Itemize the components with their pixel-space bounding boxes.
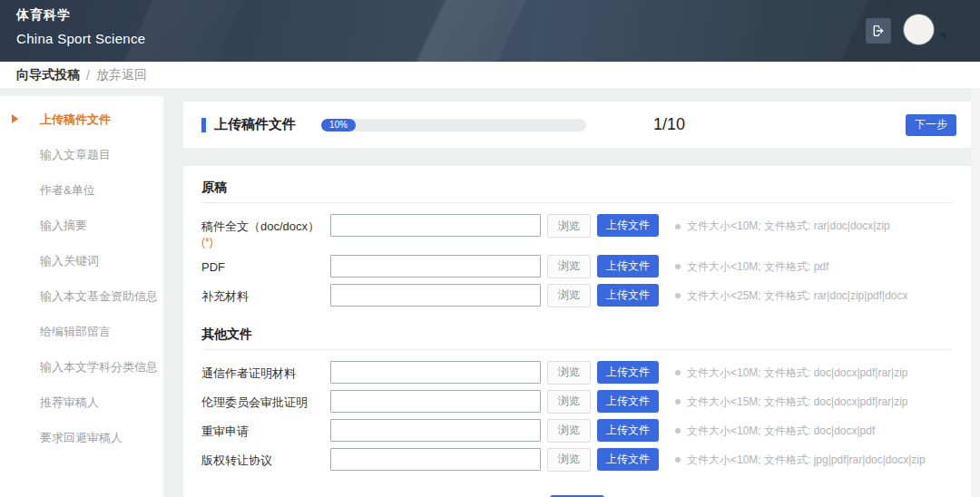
upload-file-button[interactable]: 上传文件 xyxy=(597,284,659,307)
info-icon xyxy=(675,457,681,463)
upload-file-button[interactable]: 上传文件 xyxy=(597,390,659,413)
sidebar-item-label: 输入文章题目 xyxy=(40,148,111,161)
file-path-input[interactable] xyxy=(330,419,541,442)
upload-file-button[interactable]: 上传文件 xyxy=(597,214,659,237)
header-actions: ◥ xyxy=(866,15,946,44)
file-path-input[interactable] xyxy=(330,448,541,471)
active-step-marker-icon xyxy=(12,114,18,123)
title-marker-icon xyxy=(201,118,206,132)
sidebar-item-label: 给编辑部留言 xyxy=(40,325,111,338)
file-path-input[interactable] xyxy=(330,361,541,384)
file-path-input[interactable] xyxy=(330,214,541,237)
scrollbar-track[interactable] xyxy=(971,88,980,497)
browse-button[interactable]: 浏览 xyxy=(547,361,591,385)
file-hint: 文件大小<15M; 文件格式: doc|docx|pdf|rar|zip xyxy=(675,390,908,410)
logout-button[interactable] xyxy=(866,18,891,44)
submission-wizard-page: 体育科学 China Sport Science ◥ 向导式投稿 / 放弃返回 xyxy=(0,0,980,497)
upload-row-corresponding-author-proof: 通信作者证明材料 浏览 上传文件 文件大小<10M; 文件格式: doc|doc… xyxy=(201,361,953,385)
field-label: PDF xyxy=(201,255,330,276)
progress-value: 10% xyxy=(321,119,356,132)
field-label: 重审申请 xyxy=(201,419,330,440)
upload-form-card: 原稿 稿件全文（doc/docx） (*) 浏览 上传文件 文件大小<10M; … xyxy=(183,166,971,497)
browse-button[interactable]: 浏览 xyxy=(547,448,591,472)
browse-button[interactable]: 浏览 xyxy=(547,284,591,307)
sidebar-item-funding-info[interactable]: 输入本文基金资助信息 xyxy=(0,278,163,314)
info-icon xyxy=(675,224,681,229)
file-hint: 文件大小<10M; 文件格式: jpg|pdf|rar|doc|docx|zip xyxy=(675,448,926,468)
abandon-return-link[interactable]: 放弃返回 xyxy=(96,67,147,83)
browse-button[interactable]: 浏览 xyxy=(547,214,591,238)
required-marker: (*) xyxy=(201,235,330,249)
sidebar-item-label: 输入摘要 xyxy=(40,219,87,232)
group-title-other: 其他文件 xyxy=(201,313,953,350)
upload-file-button[interactable]: 上传文件 xyxy=(597,419,659,442)
sidebar-item-avoid-reviewers[interactable]: 要求回避审稿人 xyxy=(0,420,163,455)
sidebar-item-label: 上传稿件文件 xyxy=(40,112,111,126)
field-label: 伦理委员会审批证明 xyxy=(201,390,330,411)
group-title-original: 原稿 xyxy=(201,166,953,203)
info-icon xyxy=(675,428,681,434)
sidebar-item-label: 输入本文学科分类信息 xyxy=(40,360,158,374)
upload-file-button[interactable]: 上传文件 xyxy=(597,255,659,278)
upload-row-pdf: PDF 浏览 上传文件 文件大小<10M; 文件格式: pdf xyxy=(201,255,953,278)
avatar-caret-icon[interactable]: ◥ xyxy=(939,32,946,41)
file-hint: 文件大小<25M; 文件格式: rar|doc|zip|pdf|docx xyxy=(675,284,908,304)
wizard-steps-sidebar: 上传稿件文件 输入文章题目 作者&单位 输入摘要 输入关键词 输入本文基金资助信… xyxy=(0,96,163,497)
user-avatar[interactable] xyxy=(904,15,934,44)
breadcrumb: 向导式投稿 / 放弃返回 xyxy=(0,62,980,88)
sidebar-item-label: 输入关键词 xyxy=(40,254,99,268)
sidebar-item-label: 推荐审稿人 xyxy=(40,395,99,409)
logout-icon xyxy=(871,24,886,38)
browse-button[interactable]: 浏览 xyxy=(547,255,591,278)
brand-title-en: China Sport Science xyxy=(16,31,145,46)
brand: 体育科学 China Sport Science xyxy=(16,7,145,46)
file-path-input[interactable] xyxy=(330,284,541,307)
step-indicator: 1/10 xyxy=(653,115,685,134)
sidebar-item-recommend-reviewers[interactable]: 推荐审稿人 xyxy=(0,385,163,420)
upload-row-supplementary: 补充材料 浏览 上传文件 文件大小<25M; 文件格式: rar|doc|zip… xyxy=(201,284,953,307)
app-header: 体育科学 China Sport Science ◥ xyxy=(0,0,980,62)
breadcrumb-current: 向导式投稿 xyxy=(16,67,80,83)
info-icon xyxy=(675,293,681,298)
sidebar-item-abstract[interactable]: 输入摘要 xyxy=(0,208,163,243)
sidebar-item-label: 要求回避审稿人 xyxy=(40,431,122,444)
file-path-input[interactable] xyxy=(330,390,541,413)
next-step-button-top[interactable]: 下一步 xyxy=(906,114,956,136)
browse-button[interactable]: 浏览 xyxy=(547,390,591,414)
field-label: 版权转让协议 xyxy=(201,448,330,469)
breadcrumb-separator: / xyxy=(86,68,90,83)
info-icon xyxy=(675,399,681,404)
progress-bar: 10% xyxy=(321,119,586,132)
sidebar-item-label: 作者&单位 xyxy=(40,183,95,197)
sidebar-item-label: 输入本文基金资助信息 xyxy=(40,289,158,303)
info-icon xyxy=(675,264,681,269)
upload-row-fulltext: 稿件全文（doc/docx） (*) 浏览 上传文件 文件大小<10M; 文件格… xyxy=(201,214,953,249)
upload-file-button[interactable]: 上传文件 xyxy=(597,448,659,471)
step-title: 上传稿件文件 xyxy=(214,116,296,133)
file-hint: 文件大小<10M; 文件格式: doc|docx|pdf|rar|zip xyxy=(675,361,908,381)
sidebar-item-editor-message[interactable]: 给编辑部留言 xyxy=(0,314,163,349)
upload-row-ethics-approval: 伦理委员会审批证明 浏览 上传文件 文件大小<15M; 文件格式: doc|do… xyxy=(201,390,953,414)
file-path-input[interactable] xyxy=(330,255,541,278)
info-icon xyxy=(675,370,681,375)
file-hint: 文件大小<10M; 文件格式: doc|docx|pdf xyxy=(675,419,875,439)
upload-row-rereview-application: 重审申请 浏览 上传文件 文件大小<10M; 文件格式: doc|docx|pd… xyxy=(201,419,953,443)
sidebar-item-authors-affiliations[interactable]: 作者&单位 xyxy=(0,172,163,208)
sidebar-item-upload-files[interactable]: 上传稿件文件 xyxy=(0,102,163,137)
sidebar-item-article-title[interactable]: 输入文章题目 xyxy=(0,137,163,172)
field-label: 稿件全文（doc/docx） (*) xyxy=(201,214,330,249)
field-label: 通信作者证明材料 xyxy=(201,361,330,382)
browse-button[interactable]: 浏览 xyxy=(547,419,591,443)
upload-file-button[interactable]: 上传文件 xyxy=(597,361,659,384)
step-header-card: 上传稿件文件 10% 1/10 下一步 xyxy=(183,102,971,148)
file-hint: 文件大小<10M; 文件格式: rar|doc|docx|zip xyxy=(675,214,890,234)
sidebar-item-keywords[interactable]: 输入关键词 xyxy=(0,243,163,278)
brand-title-zh: 体育科学 xyxy=(16,7,145,24)
upload-row-copyright-agreement: 版权转让协议 浏览 上传文件 文件大小<10M; 文件格式: jpg|pdf|r… xyxy=(201,448,953,472)
file-hint: 文件大小<10M; 文件格式: pdf xyxy=(675,255,828,275)
sidebar-item-subject-classification[interactable]: 输入本文学科分类信息 xyxy=(0,349,163,385)
field-label: 补充材料 xyxy=(201,284,330,305)
